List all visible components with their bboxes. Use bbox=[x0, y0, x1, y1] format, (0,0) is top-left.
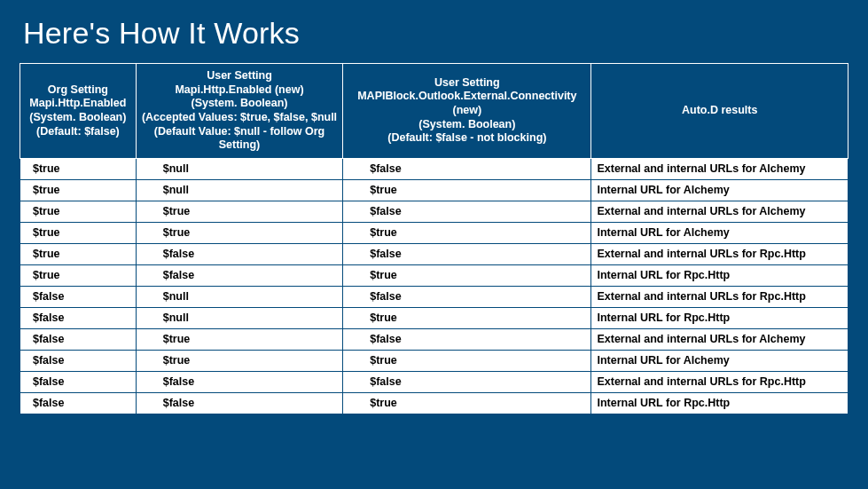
table-head: Org SettingMapi.Http.Enabled(System. Boo… bbox=[20, 64, 848, 159]
table-row: $false$true$falseExternal and internal U… bbox=[20, 328, 848, 350]
cell: External and internal URLs for Alchemy bbox=[591, 201, 848, 222]
cell: External and internal URLs for Rpc.Http bbox=[591, 243, 848, 264]
table-row: $false$null$falseExternal and internal U… bbox=[20, 286, 848, 307]
table-row: $true$true$falseExternal and internal UR… bbox=[20, 201, 848, 222]
slide: Here's How It Works Org SettingMapi.Http… bbox=[0, 0, 868, 489]
cell: $null bbox=[136, 286, 343, 307]
cell: $false bbox=[20, 286, 137, 307]
cell: $true bbox=[343, 179, 591, 201]
cell: External and internal URLs for Alchemy bbox=[591, 328, 848, 350]
cell: $true bbox=[20, 158, 137, 179]
header-user-setting-block: User SettingMAPIBlock.Outlook.External.C… bbox=[343, 64, 591, 159]
table-row: $true$false$falseExternal and internal U… bbox=[20, 243, 848, 264]
cell: $true bbox=[136, 350, 343, 371]
cell: $false bbox=[343, 328, 591, 350]
settings-table: Org SettingMapi.Http.Enabled(System. Boo… bbox=[20, 63, 848, 414]
cell: $true bbox=[343, 392, 591, 414]
cell: $false bbox=[136, 264, 343, 286]
cell: $false bbox=[136, 371, 343, 392]
cell: $false bbox=[136, 243, 343, 264]
table-row: $true$true$trueInternal URL for Alchemy bbox=[20, 222, 848, 243]
cell: $false bbox=[136, 392, 343, 414]
table-row: $false$false$falseExternal and internal … bbox=[20, 371, 848, 392]
header-user-setting-enabled: User SettingMapi.Http.Enabled (new)(Syst… bbox=[136, 64, 343, 159]
cell: $true bbox=[343, 307, 591, 328]
cell: $false bbox=[343, 371, 591, 392]
cell: $false bbox=[20, 392, 137, 414]
cell: External and internal URLs for Rpc.Http bbox=[591, 371, 848, 392]
cell: Internal URL for Rpc.Http bbox=[591, 392, 848, 414]
cell: Internal URL for Rpc.Http bbox=[591, 264, 848, 286]
header-autod-results: Auto.D results bbox=[591, 64, 848, 159]
cell: $false bbox=[343, 243, 591, 264]
cell: $false bbox=[20, 350, 137, 371]
cell: $true bbox=[20, 201, 137, 222]
cell: $true bbox=[343, 222, 591, 243]
cell: Internal URL for Alchemy bbox=[591, 179, 848, 201]
cell: Internal URL for Rpc.Http bbox=[591, 307, 848, 328]
cell: $true bbox=[136, 328, 343, 350]
header-org-setting: Org SettingMapi.Http.Enabled(System. Boo… bbox=[20, 64, 137, 159]
header-row: Org SettingMapi.Http.Enabled(System. Boo… bbox=[20, 64, 848, 159]
cell: External and internal URLs for Rpc.Http bbox=[591, 286, 848, 307]
table-row: $false$null$trueInternal URL for Rpc.Htt… bbox=[20, 307, 848, 328]
table-row: $false$true$trueInternal URL for Alchemy bbox=[20, 350, 848, 371]
table-row: $true$null$trueInternal URL for Alchemy bbox=[20, 179, 848, 201]
table-row: $false$false$trueInternal URL for Rpc.Ht… bbox=[20, 392, 848, 414]
cell: $true bbox=[20, 222, 137, 243]
cell: $null bbox=[136, 158, 343, 179]
table-body: $true$null$falseExternal and internal UR… bbox=[20, 158, 848, 414]
cell: $true bbox=[136, 201, 343, 222]
cell: $false bbox=[343, 201, 591, 222]
cell: $true bbox=[20, 243, 137, 264]
cell: Internal URL for Alchemy bbox=[591, 350, 848, 371]
table-row: $true$false$trueInternal URL for Rpc.Htt… bbox=[20, 264, 848, 286]
page-title: Here's How It Works bbox=[23, 16, 848, 51]
cell: $false bbox=[20, 328, 137, 350]
cell: Internal URL for Alchemy bbox=[591, 222, 848, 243]
cell: $false bbox=[343, 286, 591, 307]
cell: $false bbox=[343, 158, 591, 179]
cell: $null bbox=[136, 307, 343, 328]
cell: $true bbox=[136, 222, 343, 243]
cell: $null bbox=[136, 179, 343, 201]
cell: $true bbox=[20, 264, 137, 286]
cell: $true bbox=[343, 350, 591, 371]
cell: $false bbox=[20, 307, 137, 328]
table-container: Org SettingMapi.Http.Enabled(System. Boo… bbox=[20, 63, 848, 414]
cell: $false bbox=[20, 371, 137, 392]
table-row: $true$null$falseExternal and internal UR… bbox=[20, 158, 848, 179]
cell: $true bbox=[343, 264, 591, 286]
cell: External and internal URLs for Alchemy bbox=[591, 158, 848, 179]
cell: $true bbox=[20, 179, 137, 201]
